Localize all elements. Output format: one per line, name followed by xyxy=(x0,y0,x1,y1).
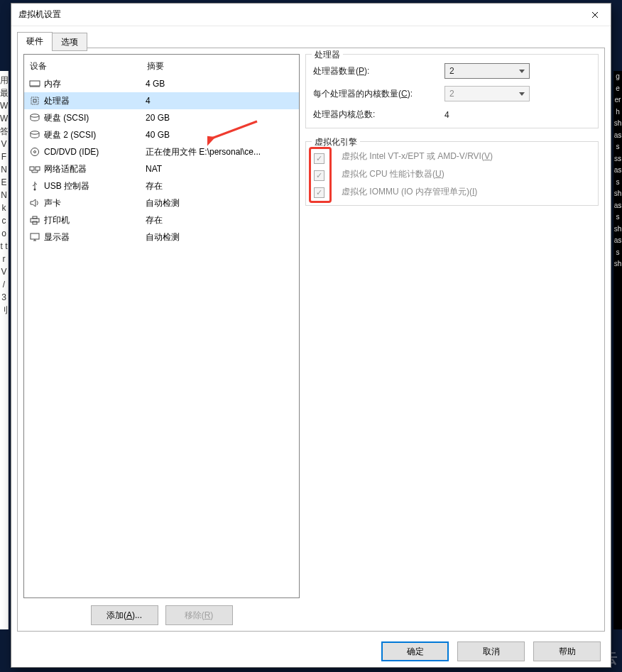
device-summary: 4 xyxy=(146,94,295,108)
usb-icon xyxy=(28,180,41,192)
virt-vtx-label: 虚拟化 Intel VT-x/EPT 或 AMD-V/RVI(V) xyxy=(342,150,493,163)
num-processors-select[interactable]: 2 xyxy=(444,63,530,79)
cpu-group: 处理器 处理器数量(P): 2 每个处理器的内核数量(C): xyxy=(305,54,599,128)
close-button[interactable] xyxy=(579,4,611,26)
window-title: 虚拟机设置 xyxy=(18,9,61,21)
background-right-strip: g e er h sh as s ss as s sh as s sh as s… xyxy=(613,71,622,629)
right-pane: 处理器 处理器数量(P): 2 每个处理器的内核数量(C): xyxy=(305,48,604,631)
ok-button[interactable]: 确定 xyxy=(381,641,449,661)
cd-icon xyxy=(28,146,41,158)
device-row-cd[interactable]: CD/DVD (IDE)正在使用文件 E:\personal\ce... xyxy=(24,143,299,160)
display-icon xyxy=(28,231,41,243)
device-name: 网络适配器 xyxy=(44,162,87,176)
network-icon xyxy=(28,163,41,175)
virt-perf-checkbox: ✓ xyxy=(314,170,324,181)
virt-iommu-checkbox: ✓ xyxy=(314,187,324,198)
device-row-snd[interactable]: 声卡自动检测 xyxy=(24,194,299,211)
device-name: 硬盘 2 (SCSI) xyxy=(44,128,96,142)
svg-rect-1 xyxy=(31,97,38,104)
svg-point-6 xyxy=(34,151,36,153)
printer-icon xyxy=(28,214,41,226)
svg-point-4 xyxy=(31,131,39,134)
device-summary: 20 GB xyxy=(146,111,295,125)
device-list-header: 设备 摘要 xyxy=(24,55,299,75)
device-name: 硬盘 (SCSI) xyxy=(44,111,89,125)
device-row-hdd1[interactable]: 硬盘 (SCSI)20 GB xyxy=(24,109,299,126)
svg-point-5 xyxy=(31,148,39,156)
memory-icon xyxy=(28,78,41,89)
device-row-mem[interactable]: 内存4 GB xyxy=(24,75,299,92)
svg-point-3 xyxy=(31,114,39,117)
tab-content: 设备 摘要 内存4 GB处理器4硬盘 (SCSI)20 GB硬盘 2 (SCSI… xyxy=(17,48,605,632)
col-summary: 摘要 xyxy=(147,60,293,72)
device-name: USB 控制器 xyxy=(44,179,89,193)
dialog-footer: 确定 取消 帮助 xyxy=(11,641,611,661)
device-row-dsp[interactable]: 显示器自动检测 xyxy=(24,228,299,246)
hdd-icon xyxy=(28,112,41,123)
device-list[interactable]: 设备 摘要 内存4 GB处理器4硬盘 (SCSI)20 GB硬盘 2 (SCSI… xyxy=(23,54,300,598)
device-summary: 存在 xyxy=(146,213,295,227)
device-summary: 40 GB xyxy=(146,128,295,142)
svg-rect-7 xyxy=(30,167,34,170)
titlebar: 虚拟机设置 xyxy=(11,4,611,26)
device-name: 内存 xyxy=(44,77,61,91)
sound-icon xyxy=(28,197,41,209)
chevron-down-icon xyxy=(519,70,525,73)
device-summary: 存在 xyxy=(146,179,295,193)
device-name: 处理器 xyxy=(44,94,70,108)
remove-button[interactable]: 移除(R) xyxy=(165,605,233,625)
device-row-usb[interactable]: USB 控制器存在 xyxy=(24,177,299,194)
num-processors-label: 处理器数量(P): xyxy=(313,65,444,77)
total-cores-label: 处理器内核总数: xyxy=(313,109,444,121)
device-name: 显示器 xyxy=(44,230,70,244)
device-summary: 4 GB xyxy=(146,77,295,91)
device-row-hdd2[interactable]: 硬盘 2 (SCSI)40 GB xyxy=(24,126,299,143)
cpu-icon xyxy=(28,95,41,106)
cores-per-processor-label: 每个处理器的内核数量(C): xyxy=(313,88,444,100)
device-row-prn[interactable]: 打印机存在 xyxy=(24,211,299,228)
virtualization-group: 虚拟化引擎 ✓ ✓ ✓ 虚拟化 Int xyxy=(305,141,599,206)
svg-rect-2 xyxy=(33,99,36,102)
tab-options[interactable]: 选项 xyxy=(52,33,87,51)
total-cores-value: 4 xyxy=(444,110,449,120)
device-name: CD/DVD (IDE) xyxy=(44,145,99,159)
help-button[interactable]: 帮助 xyxy=(533,641,601,661)
virt-iommu-label: 虚拟化 IOMMU (IO 内存管理单元)(I) xyxy=(342,186,477,198)
device-name: 声卡 xyxy=(44,196,61,210)
svg-point-9 xyxy=(34,189,36,191)
svg-rect-8 xyxy=(36,167,40,170)
svg-rect-0 xyxy=(30,81,40,86)
background-left-strip: 用 最 W W 答 V F N E N k c o t t r V / 3 刂 xyxy=(0,71,9,629)
device-name: 打印机 xyxy=(44,213,70,227)
cores-per-processor-select: 2 xyxy=(444,86,530,101)
device-row-cpu[interactable]: 处理器4 xyxy=(24,92,299,109)
device-summary: 自动检测 xyxy=(146,230,295,244)
add-button[interactable]: 添加(A)... xyxy=(91,605,158,625)
hdd-icon xyxy=(28,129,41,141)
device-row-net[interactable]: 网络适配器NAT xyxy=(24,160,299,177)
device-summary: NAT xyxy=(146,162,295,176)
cancel-button[interactable]: 取消 xyxy=(457,641,525,661)
virt-vtx-checkbox: ✓ xyxy=(314,153,324,164)
left-pane: 设备 摘要 内存4 GB处理器4硬盘 (SCSI)20 GB硬盘 2 (SCSI… xyxy=(18,48,305,631)
cpu-group-title: 处理器 xyxy=(312,49,343,61)
device-summary: 自动检测 xyxy=(146,196,295,210)
annotation-redbox: ✓ ✓ ✓ xyxy=(309,147,332,203)
vm-settings-dialog: 虚拟机设置 硬件 选项 设备 摘要 内存4 GB处理器4硬盘 (SCSI xyxy=(11,3,611,668)
virt-perf-label: 虚拟化 CPU 性能计数器(U) xyxy=(342,168,444,180)
chevron-down-icon xyxy=(519,92,525,96)
svg-rect-13 xyxy=(31,233,39,239)
device-summary: 正在使用文件 E:\personal\ce... xyxy=(146,145,295,159)
col-device: 设备 xyxy=(30,60,147,72)
svg-rect-11 xyxy=(33,216,37,219)
